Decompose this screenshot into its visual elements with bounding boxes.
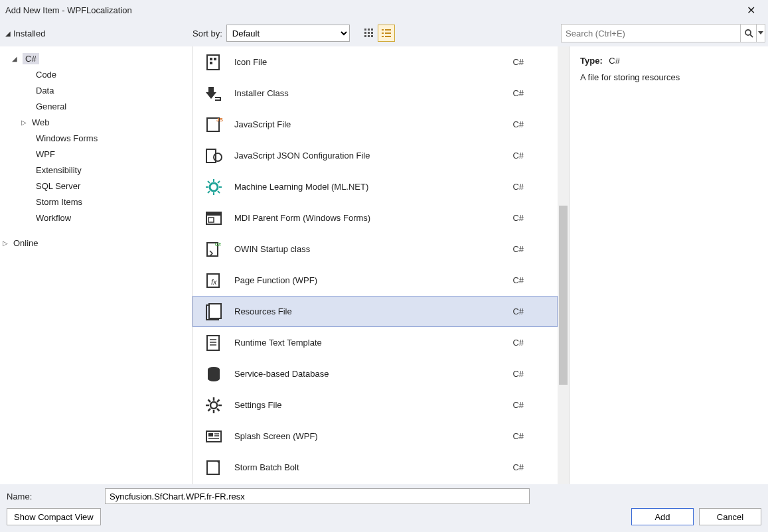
search-button[interactable] bbox=[740, 24, 756, 42]
template-lang: C# bbox=[512, 431, 524, 441]
pagefunc-icon: fx bbox=[202, 269, 225, 292]
installer-icon bbox=[202, 82, 225, 105]
template-row[interactable]: C#OWIN Startup classC# bbox=[192, 233, 558, 265]
template-row[interactable]: Storm Batch BoltC# bbox=[192, 452, 558, 483]
button-row: Show Compact View Add Cancel bbox=[7, 508, 761, 525]
template-lang: C# bbox=[512, 151, 524, 161]
show-compact-view-button[interactable]: Show Compact View bbox=[7, 508, 101, 525]
template-row[interactable]: JSJavaScript FileC# bbox=[192, 109, 558, 140]
svg-line-34 bbox=[218, 181, 220, 183]
template-row[interactable]: Settings FileC# bbox=[192, 389, 558, 421]
details-type-row: Type: C# bbox=[580, 56, 757, 66]
svg-point-26 bbox=[210, 183, 218, 191]
details-pane: Type: C# A file for storing resources bbox=[569, 46, 768, 484]
svg-marker-17 bbox=[758, 31, 763, 34]
svg-rect-3 bbox=[364, 32, 366, 34]
svg-rect-19 bbox=[210, 58, 212, 60]
close-button[interactable]: ✕ bbox=[739, 4, 763, 17]
storm-icon bbox=[202, 456, 225, 479]
database-icon bbox=[202, 363, 225, 385]
template-list[interactable]: Icon FileC#Installer ClassC#JSJavaScript… bbox=[192, 46, 558, 484]
template-lang: C# bbox=[512, 57, 524, 67]
svg-rect-6 bbox=[364, 35, 366, 37]
svg-rect-44 bbox=[207, 336, 219, 350]
svg-rect-10 bbox=[385, 29, 391, 31]
ml-icon bbox=[202, 176, 225, 198]
search-dropdown-button[interactable] bbox=[756, 24, 765, 42]
template-lang: C# bbox=[512, 306, 524, 316]
svg-rect-2 bbox=[371, 29, 373, 31]
template-row[interactable]: Service-based DatabaseC# bbox=[192, 358, 558, 389]
template-row[interactable]: Resources FileC# bbox=[192, 296, 558, 327]
svg-text:C#: C# bbox=[215, 242, 221, 247]
caret-right-icon: ▷ bbox=[21, 119, 29, 126]
template-name: Icon File bbox=[234, 57, 512, 67]
tree-item-web[interactable]: ▷Web bbox=[0, 114, 192, 130]
sort-by-select[interactable]: Default bbox=[226, 25, 350, 42]
template-row[interactable]: Machine Learning Model (ML.NET)C# bbox=[192, 171, 558, 202]
template-lang: C# bbox=[512, 338, 524, 348]
caret-down-icon: ◢ bbox=[5, 30, 11, 37]
add-button[interactable]: Add bbox=[631, 508, 694, 525]
template-row[interactable]: Runtime Text TemplateC# bbox=[192, 327, 558, 358]
template-lang: C# bbox=[512, 119, 524, 129]
caret-right-icon: ▷ bbox=[3, 239, 11, 247]
tree-item-winforms[interactable]: Windows Forms bbox=[0, 130, 192, 146]
tree-item-workflow[interactable]: Workflow bbox=[0, 210, 192, 226]
tree-item-general[interactable]: General bbox=[0, 98, 192, 114]
svg-rect-63 bbox=[207, 461, 219, 474]
template-name: Resources File bbox=[234, 306, 512, 316]
tree-item-storm[interactable]: Storm Items bbox=[0, 194, 192, 210]
svg-rect-43 bbox=[209, 304, 221, 318]
tree-item-sqlserver[interactable]: SQL Server bbox=[0, 178, 192, 194]
template-row[interactable]: Icon FileC# bbox=[192, 46, 558, 78]
template-row[interactable]: MDI Parent Form (Windows Forms)C# bbox=[192, 202, 558, 233]
template-name: MDI Parent Form (Windows Forms) bbox=[234, 213, 512, 223]
name-row: Name: bbox=[7, 488, 761, 504]
search-input[interactable] bbox=[561, 24, 740, 42]
list-icon bbox=[381, 28, 392, 38]
window-title: Add New Item - WPFLocalization bbox=[5, 5, 739, 15]
details-type-value: C# bbox=[609, 56, 620, 66]
tree-item-code[interactable]: Code bbox=[0, 66, 192, 82]
details-type-label: Type: bbox=[580, 56, 603, 66]
svg-rect-0 bbox=[364, 29, 366, 31]
owin-icon: C# bbox=[202, 238, 225, 261]
caret-down-icon: ◢ bbox=[12, 55, 20, 62]
svg-point-49 bbox=[210, 402, 217, 409]
template-row[interactable]: fxPage Function (WPF)C# bbox=[192, 265, 558, 296]
svg-rect-36 bbox=[206, 212, 221, 216]
cancel-button[interactable]: Cancel bbox=[699, 508, 761, 525]
template-row[interactable]: Splash Screen (WPF)C# bbox=[192, 421, 558, 452]
scrollbar[interactable] bbox=[558, 46, 569, 484]
tree-item-csharp[interactable]: ◢ C# bbox=[0, 50, 192, 66]
tree-item-online[interactable]: ▷Online bbox=[0, 235, 192, 251]
svg-rect-37 bbox=[208, 218, 214, 222]
tree-item-extensibility[interactable]: Extensibility bbox=[0, 162, 192, 178]
search-icon bbox=[744, 29, 753, 38]
svg-line-16 bbox=[750, 34, 753, 37]
svg-rect-18 bbox=[207, 55, 219, 70]
template-name: Settings File bbox=[234, 400, 512, 410]
tree-item-wpf[interactable]: WPF bbox=[0, 146, 192, 162]
template-name: JavaScript JSON Configuration File bbox=[234, 151, 512, 161]
tree-item-label: C# bbox=[23, 53, 39, 64]
template-row[interactable]: JavaScript JSON Configuration FileC# bbox=[192, 140, 558, 171]
tree-header-label: Installed bbox=[13, 29, 45, 38]
template-row[interactable]: Installer ClassC# bbox=[192, 78, 558, 109]
splash-icon bbox=[202, 425, 225, 448]
template-lang: C# bbox=[512, 275, 524, 285]
svg-point-15 bbox=[745, 30, 751, 35]
template-lang: C# bbox=[512, 213, 524, 223]
sort-area: Sort by: Default bbox=[192, 25, 350, 42]
tree-item-data[interactable]: Data bbox=[0, 82, 192, 98]
svg-text:fx: fx bbox=[211, 278, 217, 286]
sort-by-label: Sort by: bbox=[192, 29, 222, 38]
view-grid-button[interactable] bbox=[360, 25, 378, 42]
scrollbar-thumb[interactable] bbox=[559, 206, 568, 385]
template-lang: C# bbox=[512, 462, 524, 472]
view-list-button[interactable] bbox=[378, 25, 395, 42]
svg-rect-13 bbox=[382, 36, 384, 37]
name-input[interactable] bbox=[105, 488, 530, 504]
tree-header-installed[interactable]: ◢ Installed bbox=[0, 29, 192, 38]
